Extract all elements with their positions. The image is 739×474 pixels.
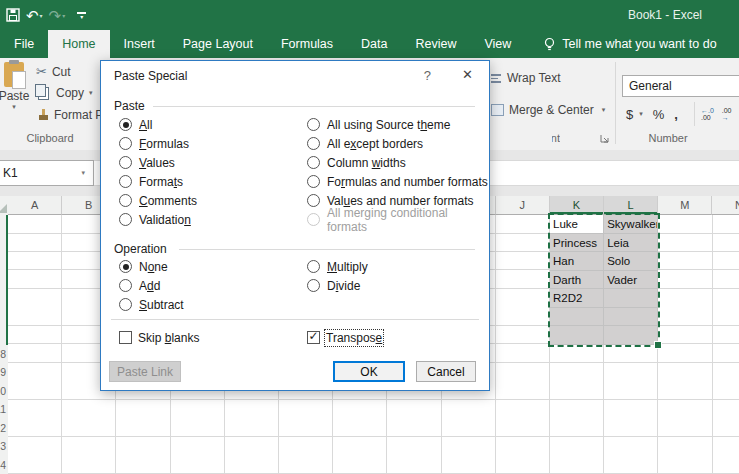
radio-circle[interactable] <box>307 156 320 169</box>
tab-view[interactable]: View <box>470 30 525 58</box>
radio-circle[interactable] <box>119 194 132 207</box>
row-header-14[interactable]: 14 <box>0 456 6 474</box>
radio-option-none[interactable]: None <box>119 257 184 276</box>
radio-option-all[interactable]: All <box>119 115 197 134</box>
tell-me-box[interactable]: Tell me what you want to do <box>543 30 716 58</box>
tab-file[interactable]: File <box>0 30 48 58</box>
cut-button[interactable]: ✂ Cut <box>36 64 71 79</box>
radio-circle[interactable] <box>119 260 132 273</box>
comma-style-button[interactable]: , <box>674 107 678 122</box>
cancel-button[interactable]: Cancel <box>416 361 476 382</box>
cell-L2[interactable]: Leia <box>604 234 658 253</box>
row-header-8[interactable]: 8 <box>0 345 6 364</box>
radio-circle[interactable] <box>307 279 320 292</box>
tab-insert[interactable]: Insert <box>110 30 169 58</box>
save-icon[interactable] <box>6 8 20 22</box>
radio-circle[interactable] <box>119 118 132 131</box>
cell-K6[interactable] <box>550 308 604 327</box>
column-header-J[interactable]: J <box>496 196 550 215</box>
name-box[interactable]: K1 ▾ <box>0 160 94 186</box>
number-format-select[interactable]: General <box>622 75 739 97</box>
redo-button[interactable]: ↷▾ <box>49 8 66 23</box>
radio-option-all-using-source-theme[interactable]: All using Source theme <box>307 115 489 134</box>
cell-L5[interactable] <box>604 289 658 308</box>
currency-dropdown-caret[interactable]: ▾ <box>639 110 643 118</box>
radio-option-values[interactable]: Values <box>119 153 197 172</box>
merge-center-button[interactable]: Merge & Center ▾ <box>491 103 605 117</box>
customize-quick-access-toolbar-icon[interactable]: ▾ <box>77 12 86 19</box>
column-header-N[interactable]: N <box>712 196 739 215</box>
cell-L6[interactable] <box>604 308 658 327</box>
radio-circle[interactable] <box>119 175 132 188</box>
copy-dropdown-caret[interactable]: ▾ <box>89 89 93 97</box>
radio-option-add[interactable]: Add <box>119 276 184 295</box>
transpose-box[interactable] <box>307 331 320 344</box>
radio-circle[interactable] <box>119 156 132 169</box>
skip-blanks-checkbox[interactable]: Skip blanks <box>119 329 199 346</box>
cell-K5[interactable]: R2D2 <box>550 289 604 308</box>
radio-option-all-except-borders[interactable]: All except borders <box>307 134 489 153</box>
radio-label: Multiply <box>327 260 368 274</box>
cell-L3[interactable]: Solo <box>604 252 658 271</box>
skip-blanks-box[interactable] <box>119 331 132 344</box>
transpose-checkbox[interactable]: Transpose <box>307 329 382 346</box>
wrap-text-button[interactable]: Wrap Text <box>491 71 561 85</box>
row-header-13[interactable]: 13 <box>0 437 6 456</box>
tab-page-layout[interactable]: Page Layout <box>169 30 267 58</box>
cell-L7[interactable] <box>604 326 658 345</box>
radio-option-formulas[interactable]: Formulas <box>119 134 197 153</box>
radio-circle[interactable] <box>119 298 132 311</box>
radio-circle[interactable] <box>307 260 320 273</box>
increase-decimal-button[interactable]: ←.0.00 <box>701 107 714 121</box>
row-header-9[interactable]: 9 <box>0 363 6 382</box>
radio-circle[interactable] <box>119 213 132 226</box>
radio-option-column-widths[interactable]: Column widths <box>307 153 489 172</box>
cell-L1[interactable]: Skywalker <box>604 215 658 234</box>
row-header-10[interactable]: 10 <box>0 382 6 401</box>
fill-handle[interactable] <box>654 341 662 349</box>
tab-home[interactable]: Home <box>48 30 109 58</box>
cell-K2[interactable]: Princess <box>550 234 604 253</box>
alignment-dialog-launcher-icon[interactable] <box>600 134 610 144</box>
row-header-12[interactable]: 12 <box>0 419 6 438</box>
tab-data[interactable]: Data <box>347 30 401 58</box>
radio-circle[interactable] <box>307 194 320 207</box>
dialog-help-button[interactable]: ? <box>424 68 431 83</box>
radio-circle[interactable] <box>307 137 320 150</box>
radio-option-subtract[interactable]: Subtract <box>119 295 184 314</box>
cell-K3[interactable]: Han <box>550 252 604 271</box>
radio-option-multiply[interactable]: Multiply <box>307 257 368 276</box>
paste-dropdown-caret[interactable]: ▾ <box>12 103 16 111</box>
tab-review[interactable]: Review <box>401 30 470 58</box>
radio-option-divide[interactable]: Divide <box>307 276 368 295</box>
decrease-decimal-button[interactable]: .00→ <box>722 107 732 121</box>
paste-button[interactable]: Paste ▾ <box>0 62 38 111</box>
radio-option-validation[interactable]: Validation <box>119 210 197 229</box>
undo-button[interactable]: ↶▾ <box>26 8 43 23</box>
row-header-11[interactable]: 11 <box>0 400 6 419</box>
radio-circle[interactable] <box>119 279 132 292</box>
currency-format-button[interactable]: $ <box>626 107 633 122</box>
radio-circle[interactable] <box>119 137 132 150</box>
cell-K4[interactable]: Darth <box>550 271 604 290</box>
radio-option-formulas-and-number-formats[interactable]: Formulas and number formats <box>307 172 489 191</box>
cell-K7[interactable] <box>550 326 604 345</box>
name-box-dropdown-caret[interactable]: ▾ <box>81 169 85 177</box>
radio-option-formats[interactable]: Formats <box>119 172 197 191</box>
column-header-K[interactable]: K <box>550 196 604 215</box>
percent-style-button[interactable]: % <box>653 107 665 122</box>
merge-center-dropdown-caret[interactable]: ▾ <box>602 106 606 114</box>
dialog-close-icon[interactable]: ✕ <box>462 67 473 82</box>
selected-range[interactable]: LukeSkywalkerPrincessLeiaHanSoloDarthVad… <box>550 215 658 345</box>
column-header-M[interactable]: M <box>658 196 712 215</box>
cell-K1[interactable]: Luke <box>550 215 604 234</box>
cell-L4[interactable]: Vader <box>604 271 658 290</box>
column-header-L[interactable]: L <box>604 196 658 215</box>
column-header-A[interactable]: A <box>8 196 62 215</box>
radio-circle[interactable] <box>307 175 320 188</box>
copy-button[interactable]: Copy ▾ <box>36 86 93 100</box>
radio-option-comments[interactable]: Comments <box>119 191 197 210</box>
tab-formulas[interactable]: Formulas <box>267 30 347 58</box>
ok-button[interactable]: OK <box>333 361 405 382</box>
radio-circle[interactable] <box>307 118 320 131</box>
